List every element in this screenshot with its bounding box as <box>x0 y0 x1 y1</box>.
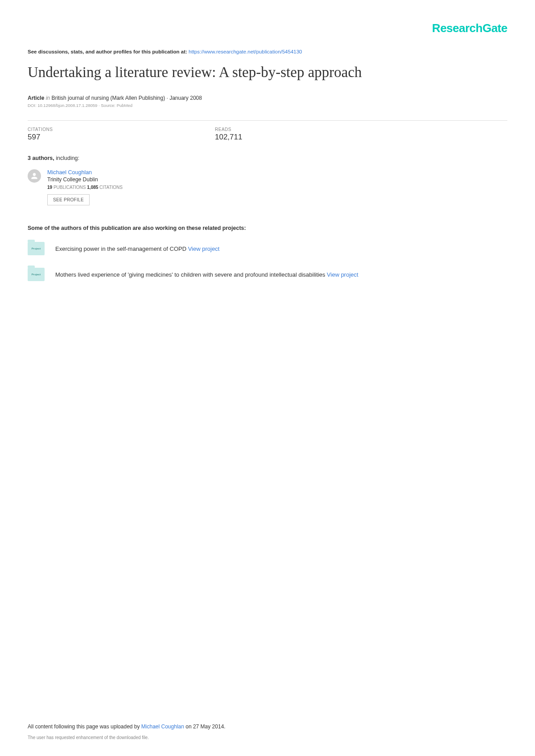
project-row: Project Mothers lived experience of 'giv… <box>28 268 507 281</box>
citations-label: CITATIONS <box>28 127 215 132</box>
project-folder-icon[interactable]: Project <box>28 242 45 255</box>
citations-block: CITATIONS 597 <box>28 127 215 142</box>
person-icon <box>30 172 39 180</box>
author-stats: 19 PUBLICATIONS 1,085 CITATIONS <box>47 185 123 190</box>
project-text: Mothers lived experience of 'giving medi… <box>55 271 358 278</box>
view-project-link[interactable]: View project <box>327 271 358 278</box>
publication-title: Undertaking a literature review: A step-… <box>28 64 507 81</box>
author-name-link[interactable]: Michael Coughlan <box>47 169 123 176</box>
authors-line: 3 authors, including: <box>28 155 507 161</box>
article-type: Article <box>28 95 44 101</box>
page-content: See discussions, stats, and author profi… <box>0 0 535 281</box>
footer-prefix: All content following this page was uplo… <box>28 723 141 730</box>
footer-enhancement-note: The user has requested enhancement of th… <box>28 735 507 740</box>
project-icon-label: Project <box>32 247 41 250</box>
authors-count: 3 authors, <box>28 155 54 161</box>
publications-label: PUBLICATIONS <box>52 185 87 190</box>
reads-value: 102,711 <box>215 133 402 142</box>
discussion-prefix: See discussions, stats, and author profi… <box>28 49 189 54</box>
reads-label: READS <box>215 127 402 132</box>
see-profile-button[interactable]: SEE PROFILE <box>47 194 90 205</box>
project-description: Mothers lived experience of 'giving medi… <box>55 271 327 278</box>
footer: All content following this page was uplo… <box>28 723 507 740</box>
reads-block: READS 102,711 <box>215 127 402 142</box>
doi-line: DOI: 10.12968/bjon.2008.17.1.28059 · Sou… <box>28 103 507 108</box>
footer-suffix: on 27 May 2014. <box>184 723 226 730</box>
author-affiliation: Trinity College Dublin <box>47 176 123 183</box>
publication-url-link[interactable]: https://www.researchgate.net/publication… <box>189 49 302 54</box>
author-details: Michael Coughlan Trinity College Dublin … <box>47 169 123 205</box>
discussion-line: See discussions, stats, and author profi… <box>28 49 507 54</box>
project-row: Project Exercising power in the self-man… <box>28 242 507 255</box>
publications-num: 19 <box>47 185 52 190</box>
article-in: in <box>46 95 50 101</box>
citations-num: 1,085 <box>87 185 98 190</box>
author-block: Michael Coughlan Trinity College Dublin … <box>28 169 507 205</box>
project-text: Exercising power in the self-management … <box>55 245 219 252</box>
researchgate-logo: ResearchGate <box>432 21 507 35</box>
citations-label: CITATIONS <box>98 185 123 190</box>
view-project-link[interactable]: View project <box>188 245 220 252</box>
stats-row: CITATIONS 597 READS 102,711 <box>28 121 507 155</box>
article-meta: Article in British journal of nursing (M… <box>28 95 507 101</box>
footer-author-link[interactable]: Michael Coughlan <box>141 723 184 730</box>
footer-upload-info: All content following this page was uplo… <box>28 723 507 730</box>
project-folder-icon[interactable]: Project <box>28 268 45 281</box>
related-projects-heading: Some of the authors of this publication … <box>28 225 507 231</box>
article-journal: British journal of nursing (Mark Allen P… <box>51 95 202 101</box>
authors-including: including: <box>54 155 79 161</box>
project-icon-label: Project <box>32 273 41 276</box>
author-avatar[interactable] <box>28 169 41 183</box>
citations-value: 597 <box>28 133 215 142</box>
project-description: Exercising power in the self-management … <box>55 245 188 252</box>
